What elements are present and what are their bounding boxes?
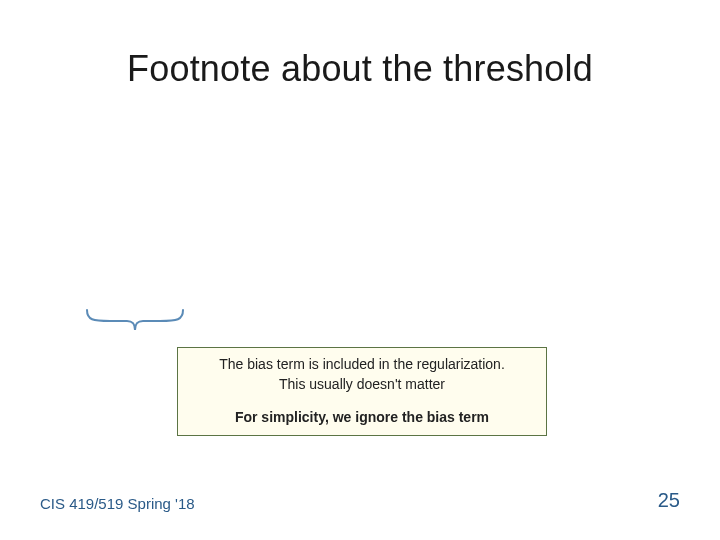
footer-course: CIS 419/519 Spring '18 [40,495,195,512]
callout-line-1: The bias term is included in the regular… [188,355,536,374]
page-number: 25 [658,489,680,512]
callout-line-2: This usually doesn't matter [188,375,536,394]
callout-box: The bias term is included in the regular… [177,347,547,436]
brace-icon [85,308,185,342]
page-title: Footnote about the threshold [0,48,720,90]
callout-line-3: For simplicity, we ignore the bias term [188,408,536,427]
